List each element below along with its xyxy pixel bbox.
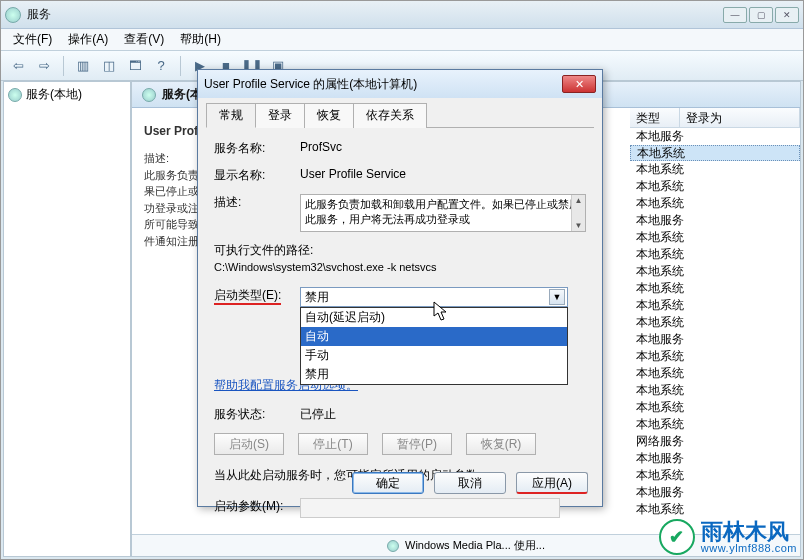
window-title: 服务 [27, 6, 723, 23]
menu-view[interactable]: 查看(V) [116, 29, 172, 50]
list-row[interactable]: 本地系统 [630, 195, 800, 212]
pause-button[interactable]: 暂停(P) [382, 433, 452, 455]
list-row[interactable]: 本地服务 [630, 484, 800, 501]
forward-icon[interactable]: ⇨ [33, 55, 55, 77]
back-icon[interactable]: ⇦ [7, 55, 29, 77]
status-text: Windows Media Pla... 使用... [405, 538, 545, 553]
dialog-titlebar: User Profile Service 的属性(本地计算机) ✕ [198, 70, 602, 98]
status-icon [387, 540, 399, 552]
combo-option-manual[interactable]: 手动 [301, 346, 567, 365]
ok-button[interactable]: 确定 [352, 472, 424, 494]
start-button[interactable]: 启动(S) [214, 433, 284, 455]
app-icon [5, 7, 21, 23]
chevron-down-icon[interactable]: ▼ [549, 289, 565, 305]
label-startup-type: 启动类型(E): [214, 288, 281, 305]
list-row[interactable]: 本地系统 [630, 501, 800, 518]
startup-type-combo[interactable]: 禁用 ▼ 自动(延迟启动) 自动 手动 禁用 [300, 287, 568, 307]
list-row[interactable]: 本地系统 [630, 365, 800, 382]
list-row[interactable]: 网络服务 [630, 433, 800, 450]
detail-desc-label: 描述: [144, 150, 204, 167]
tree-node-label: 服务(本地) [26, 86, 82, 103]
properties-dialog: User Profile Service 的属性(本地计算机) ✕ 常规 登录 … [197, 69, 603, 507]
stop-button[interactable]: 停止(T) [298, 433, 368, 455]
resume-button[interactable]: 恢复(R) [466, 433, 536, 455]
close-button[interactable]: ✕ [775, 7, 799, 23]
list-row[interactable]: 本地系统 [630, 145, 800, 161]
list-row[interactable]: 本地系统 [630, 229, 800, 246]
description-textbox[interactable]: 此服务负责加载和卸载用户配置文件。如果已停止或禁用此服务，用户将无法再成功登录或… [300, 194, 586, 232]
menu-file[interactable]: 文件(F) [5, 29, 60, 50]
list-row[interactable]: 本地服务 [630, 450, 800, 467]
detail-line: 件通知注册 [144, 233, 204, 250]
minimize-button[interactable]: — [723, 7, 747, 23]
detail-line: 果已停止或 [144, 183, 204, 200]
list-row[interactable]: 本地系统 [630, 382, 800, 399]
value-service-status: 已停止 [300, 406, 586, 423]
label-service-name: 服务名称: [214, 140, 300, 157]
combo-selected: 禁用 [305, 289, 329, 306]
watermark-logo-icon: ✔ [659, 519, 695, 555]
list-row[interactable]: 本地系统 [630, 297, 800, 314]
label-exe-path: 可执行文件的路径: [214, 242, 586, 259]
tree-node-services[interactable]: 服务(本地) [8, 86, 126, 103]
scrollbar[interactable]: ▲▼ [571, 195, 585, 231]
cancel-button[interactable]: 取消 [434, 472, 506, 494]
value-display-name: User Profile Service [300, 167, 586, 181]
tab-general[interactable]: 常规 [206, 103, 256, 128]
description-text: 此服务负责加载和卸载用户配置文件。如果已停止或禁用此服务，用户将无法再成功登录或 [305, 198, 580, 225]
list-row[interactable]: 本地服务 [630, 331, 800, 348]
list-row[interactable]: 本地系统 [630, 246, 800, 263]
combo-option-auto-delayed[interactable]: 自动(延迟启动) [301, 308, 567, 327]
combo-option-disabled[interactable]: 禁用 [301, 365, 567, 384]
tree-pane: 服务(本地) [3, 81, 131, 557]
list-row[interactable]: 本地系统 [630, 314, 800, 331]
list-columns: 类型 登录为 本地服务本地系统本地系统本地系统本地系统本地服务本地系统本地系统本… [630, 108, 800, 518]
services-icon [8, 88, 22, 102]
watermark-brand: 雨林木风 [701, 521, 797, 543]
tab-logon[interactable]: 登录 [255, 103, 305, 128]
help-icon[interactable]: ? [150, 55, 172, 77]
col-header-logon[interactable]: 登录为 [680, 108, 800, 127]
list-row[interactable]: 本地系统 [630, 467, 800, 484]
value-exe-path: C:\Windows\system32\svchost.exe -k netsv… [214, 261, 586, 273]
menu-action[interactable]: 操作(A) [60, 29, 116, 50]
list-row[interactable]: 本地系统 [630, 161, 800, 178]
watermark: ✔ 雨林木风 www.ylmf888.com [659, 519, 797, 555]
tab-recovery[interactable]: 恢复 [304, 103, 354, 128]
list-row[interactable]: 本地系统 [630, 280, 800, 297]
label-display-name: 显示名称: [214, 167, 300, 184]
detail-service-name: User Profi [144, 122, 204, 140]
dialog-title: User Profile Service 的属性(本地计算机) [204, 76, 562, 93]
col-header-type[interactable]: 类型 [630, 108, 680, 127]
apply-button[interactable]: 应用(A) [516, 472, 588, 494]
label-service-status: 服务状态: [214, 406, 300, 423]
combo-dropdown: 自动(延迟启动) 自动 手动 禁用 [300, 307, 568, 385]
value-service-name: ProfSvc [300, 140, 586, 154]
start-params-input [300, 498, 560, 518]
main-titlebar: 服务 — ▢ ✕ [1, 1, 803, 29]
list-row[interactable]: 本地系统 [630, 348, 800, 365]
list-row[interactable]: 本地系统 [630, 263, 800, 280]
list-row[interactable]: 本地服务 [630, 212, 800, 229]
label-start-params: 启动参数(M): [214, 498, 300, 515]
list-row[interactable]: 本地系统 [630, 399, 800, 416]
dialog-close-button[interactable]: ✕ [562, 75, 596, 93]
list-row[interactable]: 本地系统 [630, 416, 800, 433]
detail-line: 所可能导致 [144, 216, 204, 233]
tab-dependencies[interactable]: 依存关系 [353, 103, 427, 128]
maximize-button[interactable]: ▢ [749, 7, 773, 23]
menu-help[interactable]: 帮助(H) [172, 29, 229, 50]
list-row[interactable]: 本地服务 [630, 128, 800, 145]
service-detail-panel: User Profi 描述: 此服务负责 果已停止或 功登录或注 所可能导致 件… [144, 122, 204, 249]
props-icon[interactable]: ▥ [72, 55, 94, 77]
menubar: 文件(F) 操作(A) 查看(V) 帮助(H) [1, 29, 803, 51]
label-description: 描述: [214, 194, 300, 211]
combo-option-auto[interactable]: 自动 [301, 327, 567, 346]
export-icon[interactable]: 🗔 [124, 55, 146, 77]
list-row[interactable]: 本地系统 [630, 178, 800, 195]
detail-line: 功登录或注 [144, 200, 204, 217]
refresh-icon[interactable]: ◫ [98, 55, 120, 77]
services-icon [142, 88, 156, 102]
detail-line: 此服务负责 [144, 167, 204, 184]
watermark-url: www.ylmf888.com [701, 543, 797, 554]
